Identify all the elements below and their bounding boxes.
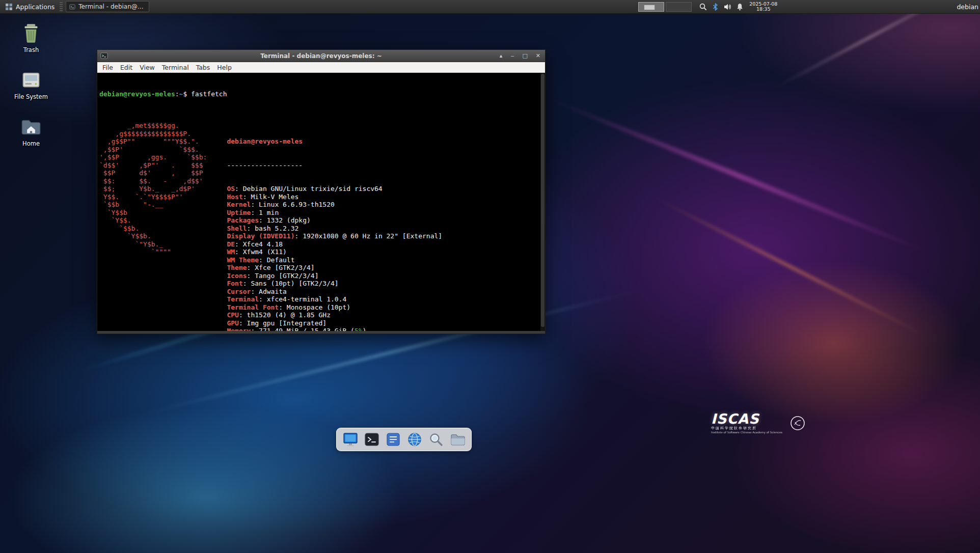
fetch-entry: Memory: 771.49 MiB / 15.43 GiB (5%) [227, 327, 442, 331]
prompt-user: debian@revyos-meles [99, 90, 175, 98]
fetch-entry-label: Terminal [227, 295, 259, 303]
fetch-entry-value: Xfce4 4.18 [243, 240, 283, 248]
dock-item-file-manager[interactable] [449, 431, 466, 448]
menu-tabs[interactable]: Tabs [193, 64, 214, 71]
fetch-entry-label: Packages [227, 216, 259, 224]
fetch-entry: Theme: Xfce [GTK2/3/4] [227, 264, 442, 272]
fetch-entry: DE: Xfce4 4.18 [227, 240, 442, 248]
iscas-emblem-icon [790, 415, 806, 431]
menu-edit[interactable]: Edit [117, 64, 136, 71]
fetch-entry: Packages: 1332 (dpkg) [227, 216, 442, 225]
menu-file[interactable]: File [99, 64, 117, 71]
fetch-entry-value: Sans (10pt) [GTK2/3/4] [251, 280, 338, 287]
menu-view[interactable]: View [136, 64, 158, 71]
trash-icon [19, 21, 43, 45]
fetch-entry-label: Memory [227, 327, 251, 331]
menubar: File Edit View Terminal Tabs Help [97, 62, 545, 73]
clock[interactable]: 2025-07-08 18:35 [749, 2, 777, 12]
terminal-icon [69, 3, 75, 11]
fetch-entry-value: Xfwm4 (X11) [243, 248, 287, 256]
applications-menu-label: Applications [16, 3, 55, 11]
desktop-icon-trash[interactable]: Trash [10, 21, 52, 53]
shade-button[interactable]: ▴ [500, 53, 503, 59]
fetch-entry-label: WM [227, 248, 235, 256]
iscas-logo: ISCAS 中国科学院软件研究所 Institute of Software C… [711, 412, 806, 434]
fetch-entry: OS: Debian GNU/Linux trixie/sid riscv64 [227, 185, 442, 193]
folder-icon [449, 431, 466, 448]
iscas-subtitle-en: Institute of Software Chinese Academy of… [711, 431, 782, 434]
workspace-2[interactable] [666, 2, 692, 12]
fetch-entry: CPU: th1520 (4) @ 1.85 GHz [227, 311, 442, 319]
fetch-entry-value: Img gpu [Integrated] [247, 319, 327, 327]
terminal-icon [364, 431, 380, 448]
clock-time: 18:35 [749, 7, 777, 12]
minimize-button[interactable]: ‒ [510, 53, 514, 59]
bluetooth-icon[interactable] [711, 3, 720, 11]
fetch-entry-value: Monospace (10pt) [287, 303, 350, 311]
titlebar[interactable]: Terminal - debian@revyos-meles: ~ ▴ ‒ □ … [97, 50, 545, 62]
system-tray [699, 3, 744, 11]
workspace-1[interactable] [638, 2, 664, 12]
wallpaper-streak [767, 0, 975, 93]
iscas-subtitle: 中国科学院软件研究所 [711, 426, 782, 431]
window-title: Terminal - debian@revyos-meles: ~ [97, 52, 545, 60]
applications-menu-icon [5, 3, 13, 11]
dock-item-text-editor[interactable] [385, 431, 402, 448]
terminal-viewport[interactable]: debian@revyos-meles:~$ fastfetch _,met$$… [97, 73, 545, 331]
fetch-entry-value: Adwaita [259, 288, 287, 295]
notification-bell-icon[interactable] [736, 3, 744, 11]
dock-item-desktop[interactable] [342, 431, 359, 448]
desktop-icon-home[interactable]: Home [10, 115, 52, 147]
fetch-entry: Terminal: xfce4-terminal 1.0.4 [227, 295, 442, 303]
fetch-entry: Cursor: Adwaita [227, 288, 442, 296]
scrollbar[interactable] [540, 73, 545, 331]
fetch-entry: WM: Xfwm4 (X11) [227, 248, 442, 256]
fetch-entry: WM Theme: Default [227, 256, 442, 264]
fetch-entry-label: Uptime [227, 209, 251, 216]
fetch-entry-label: Terminal Font [227, 303, 279, 311]
top-panel: Applications Terminal - debian@revyos... [0, 0, 980, 14]
text-editor-icon [385, 431, 401, 448]
dock-item-terminal[interactable] [363, 431, 380, 448]
fetch-entry-label: Kernel [227, 201, 251, 208]
fetch-entry-label: WM Theme [227, 256, 259, 264]
desktop-icon-label: Home [10, 140, 52, 147]
command-text: fastfetch [191, 90, 227, 98]
fetch-title: debian@revyos-meles [227, 137, 442, 146]
fetch-entry-label: Font [227, 280, 242, 287]
desktop-icon-label: File System [10, 93, 52, 100]
menu-terminal[interactable]: Terminal [158, 64, 193, 71]
maximize-button[interactable]: □ [522, 53, 527, 59]
applications-menu-button[interactable]: Applications [0, 0, 60, 13]
desktop-icon-file-system[interactable]: File System [10, 68, 52, 100]
fetch-entry: Font: Sans (10pt) [GTK2/3/4] [227, 280, 442, 288]
wallpaper-streak [648, 193, 931, 340]
globe-icon [406, 431, 423, 448]
fetch-entry-value: bash 5.2.32 [255, 225, 298, 232]
menu-help[interactable]: Help [213, 64, 235, 71]
fetch-entry-value: 1332 (dpkg) [267, 216, 311, 224]
taskbar-window-label: Terminal - debian@revyos... [78, 3, 146, 10]
dock-item-application-finder[interactable] [427, 431, 445, 448]
fetch-entry: GPU: Img gpu [Integrated] [227, 319, 442, 327]
fetch-entry-label: Theme [227, 264, 247, 271]
fetch-entry-value: Milk-V Meles [251, 193, 298, 201]
terminal-window: Terminal - debian@revyos-meles: ~ ▴ ‒ □ … [97, 49, 546, 334]
fetch-entry: Display (IDVED11): 1920x1080 @ 60 Hz in … [227, 232, 442, 240]
dock-item-web-browser[interactable] [406, 431, 423, 448]
search-icon[interactable] [699, 3, 707, 11]
prompt-dollar: $ [183, 90, 191, 98]
user-menu[interactable]: debian [957, 3, 980, 11]
volume-icon[interactable] [723, 3, 732, 11]
taskbar-window-button[interactable]: Terminal - debian@revyos... [66, 1, 149, 12]
wallpaper-streak [544, 95, 933, 256]
scrollbar-thumb[interactable] [541, 74, 545, 327]
fetch-entry-value: Debian GNU/Linux trixie/sid riscv64 [243, 185, 383, 192]
fetch-entry-value: Default [267, 256, 295, 264]
fetch-entry-value: 771.49 MiB / 15.43 GiB ( [259, 327, 355, 331]
magnifier-icon [428, 431, 444, 448]
panel-separator [60, 2, 63, 11]
close-button[interactable]: ✕ [536, 53, 540, 59]
fetch-entry-value: xfce4-terminal 1.0.4 [267, 295, 347, 303]
fetch-entry: Host: Milk-V Meles [227, 193, 442, 201]
